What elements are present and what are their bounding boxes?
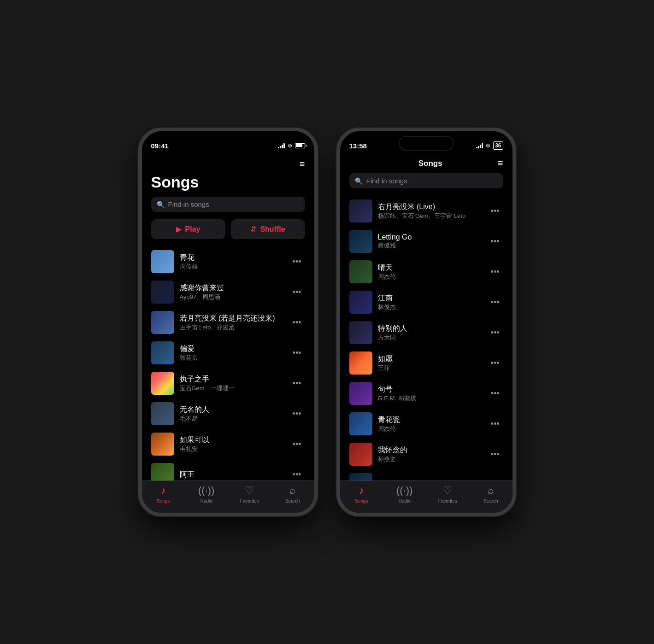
song-more-7[interactable]: •••: [289, 438, 305, 451]
song-more-p2-3[interactable]: •••: [487, 265, 503, 279]
song-more-p2-2[interactable]: •••: [487, 235, 503, 248]
song-item-p2-2[interactable]: Letting Go 蔡健雅 •••: [340, 226, 513, 257]
song-more-5[interactable]: •••: [289, 377, 305, 390]
page-title-2: Songs: [363, 159, 498, 168]
wifi-icon-2: ⊜: [486, 142, 490, 149]
nav-radio-1[interactable]: ((·)) Radio: [185, 485, 228, 503]
song-more-p2-1[interactable]: •••: [487, 205, 503, 218]
song-more-3[interactable]: •••: [289, 316, 305, 329]
song-item-5[interactable]: 执子之手 宝石Gem、一哩哩一 •••: [142, 368, 314, 398]
nav-favorites-2[interactable]: ♡ Favorites: [426, 485, 470, 503]
search-bar-2[interactable]: 🔍 Find in songs: [349, 173, 503, 188]
music-note-icon: ♪: [161, 485, 166, 497]
song-info-p2-2: Letting Go 蔡健雅: [378, 233, 482, 250]
song-more-p2-4[interactable]: •••: [487, 296, 503, 309]
nav-search-label-1: Search: [285, 498, 300, 503]
song-item-3[interactable]: 若月亮没来 (若是月亮还没来) 王宇宙 Leto、乔浚丞 •••: [142, 307, 314, 338]
song-item-p2-10[interactable]: 十年 •••: [340, 469, 513, 480]
song-item-p2-6[interactable]: 如愿 王菲 •••: [340, 348, 513, 378]
nav-songs-2[interactable]: ♪ Songs: [340, 485, 383, 503]
menu-icon-1[interactable]: ≡: [151, 159, 305, 170]
battery-icon-1: [295, 143, 305, 148]
song-item-p2-4[interactable]: 江南 林俊杰 •••: [340, 287, 513, 317]
shuffle-label: Shuffle: [260, 225, 285, 234]
phone-1: 09:41 ⊜ ≡ Songs 🔍: [138, 128, 318, 516]
nav-songs-1[interactable]: ♪ Songs: [142, 485, 185, 503]
nav-search-1[interactable]: ⌕ Search: [271, 485, 314, 503]
menu-icon-2[interactable]: ≡: [498, 158, 503, 169]
song-art-p2-1: [349, 199, 372, 222]
search-bar-placeholder-2: Find in songs: [366, 177, 407, 185]
nav-favorites-label-2: Favorites: [438, 498, 457, 503]
song-list-1[interactable]: 青花 周传雄 ••• 感谢你曾来过 Ayo97、周思涵 •••: [142, 246, 314, 480]
nav-favorites-label-1: Favorites: [240, 498, 259, 503]
song-art-p2-5: [349, 321, 372, 344]
shuffle-button[interactable]: ⇵ Shuffle: [231, 219, 305, 239]
song-info-p2-3: 晴天 周杰伦: [378, 263, 482, 281]
signal-icon-1: [278, 143, 285, 148]
song-more-p2-5[interactable]: •••: [487, 326, 503, 340]
bottom-nav-1: ♪ Songs ((·)) Radio ♡ Favorites ⌕ Search: [142, 480, 314, 513]
song-item-1[interactable]: 青花 周传雄 •••: [142, 246, 314, 277]
song-item-4[interactable]: 偏爱 张芸京 •••: [142, 338, 314, 368]
song-artist-3: 王宇宙 Leto、乔浚丞: [180, 323, 283, 332]
play-icon: ▶: [176, 225, 182, 234]
song-item-2[interactable]: 感谢你曾来过 Ayo97、周思涵 •••: [142, 277, 314, 307]
play-button[interactable]: ▶ Play: [151, 219, 225, 239]
song-item-6[interactable]: 无名的人 毛不易 •••: [142, 398, 314, 429]
song-artist-6: 毛不易: [180, 415, 283, 423]
status-bar-1: 09:41 ⊜: [142, 131, 314, 154]
song-art-8: [151, 463, 174, 480]
song-more-1[interactable]: •••: [289, 255, 305, 269]
song-art-p2-3: [349, 260, 372, 283]
song-more-2[interactable]: •••: [289, 286, 305, 299]
nav-radio-label-1: Radio: [200, 498, 212, 503]
search-bar-icon-1: 🔍: [157, 201, 165, 208]
song-item-p2-9[interactable]: 我怀念的 孙燕姿 •••: [340, 439, 513, 469]
song-title-6: 无名的人: [180, 405, 283, 415]
song-title-p2-9: 我怀念的: [378, 445, 482, 455]
nav-search-2[interactable]: ⌕ Search: [469, 485, 513, 503]
play-shuffle-row: ▶ Play ⇵ Shuffle: [151, 219, 305, 239]
song-more-8[interactable]: •••: [289, 468, 305, 481]
song-art-4: [151, 341, 174, 364]
song-info-p2-6: 如愿 王菲: [378, 354, 482, 372]
status-time-2: 13:58: [349, 142, 367, 150]
song-more-p2-9[interactable]: •••: [487, 448, 503, 461]
song-more-4[interactable]: •••: [289, 346, 305, 360]
song-title-p2-8: 青花瓷: [378, 415, 482, 425]
song-list-2[interactable]: 右月亮没米 (Live) 杨宗纬、宝石 Gem、王宇宙 Leto ••• Let…: [340, 196, 513, 480]
shuffle-icon: ⇵: [250, 225, 256, 234]
bottom-nav-2: ♪ Songs ((·)) Radio ♡ Favorites ⌕ Search: [340, 480, 513, 513]
song-more-p2-8[interactable]: •••: [487, 417, 503, 431]
song-more-p2-6[interactable]: •••: [487, 357, 503, 370]
search-icon-2: ⌕: [488, 485, 494, 497]
status-icons-1: ⊜: [278, 142, 305, 149]
song-item-p2-1[interactable]: 右月亮没米 (Live) 杨宗纬、宝石 Gem、王宇宙 Leto •••: [340, 196, 513, 226]
song-item-8[interactable]: 阿王 •••: [142, 459, 314, 480]
search-bar-1[interactable]: 🔍 Find in songs: [151, 197, 305, 212]
song-more-p2-7[interactable]: •••: [487, 387, 503, 400]
song-item-p2-5[interactable]: 特别的人 方大同 •••: [340, 317, 513, 348]
song-title-p2-3: 晴天: [378, 263, 482, 273]
song-artist-p2-9: 孙燕姿: [378, 455, 482, 463]
song-title-p2-2: Letting Go: [378, 233, 482, 241]
song-item-p2-8[interactable]: 青花瓷 周杰伦 •••: [340, 409, 513, 439]
song-more-6[interactable]: •••: [289, 407, 305, 421]
song-art-5: [151, 372, 174, 395]
song-artist-p2-2: 蔡健雅: [378, 241, 482, 250]
status-icons-2: ⊜ 36: [476, 141, 503, 150]
song-artist-p2-1: 杨宗纬、宝石 Gem、王宇宙 Leto: [378, 212, 482, 220]
nav-radio-2[interactable]: ((·)) Radio: [383, 485, 426, 503]
nav-favorites-1[interactable]: ♡ Favorites: [228, 485, 271, 503]
song-item-p2-7[interactable]: 句号 G.E.M. 邓紫棋 •••: [340, 378, 513, 409]
song-title-p2-7: 句号: [378, 385, 482, 394]
song-item-p2-3[interactable]: 晴天 周杰伦 •••: [340, 257, 513, 287]
dynamic-island: [399, 136, 454, 151]
song-artist-5: 宝石Gem、一哩哩一: [180, 384, 283, 392]
nav-search-label-2: Search: [483, 498, 498, 503]
heart-icon-2: ♡: [443, 485, 452, 497]
song-item-7[interactable]: 如果可以 韦礼安 •••: [142, 429, 314, 459]
content-2: Songs ≡ 🔍 Find in songs 右月亮没米 (Live) 杨宗纬…: [340, 154, 513, 480]
heart-icon-1: ♡: [245, 485, 254, 497]
